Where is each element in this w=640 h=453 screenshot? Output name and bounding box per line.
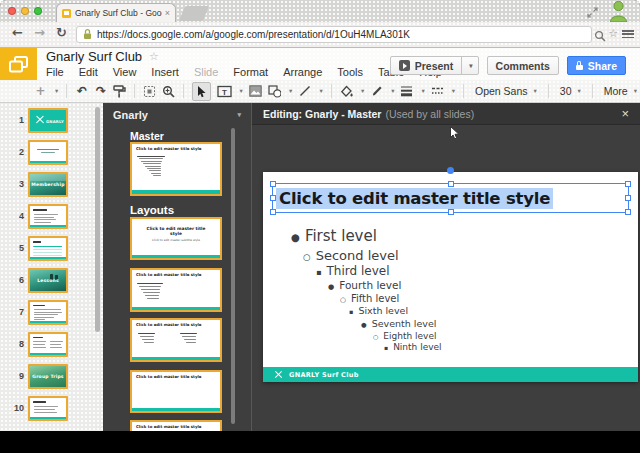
resize-handle[interactable] [625,209,631,215]
fill-color-icon[interactable] [340,83,353,100]
filmstrip-slide-2[interactable]: 2 [6,140,68,165]
zoom-page-icon[interactable] [594,28,606,46]
image-tool-icon[interactable] [249,83,262,100]
slide-thumbnail[interactable]: GNARLY [28,108,68,133]
address-bar[interactable]: https://docs.google.com/a/google.com/pre… [76,26,592,43]
star-document-icon[interactable]: ☆ [149,50,159,63]
filmstrip-slide-7[interactable]: 7 [6,300,68,325]
shape-tool-icon[interactable] [268,83,281,100]
filmstrip-slide-3[interactable]: 3 Membership [6,172,68,197]
filmstrip-slide-5[interactable]: 5 [6,236,68,261]
line-color-dropdown-icon[interactable]: ▾ [391,87,394,95]
slide-thumbnail[interactable]: Membership [28,172,68,197]
present-dropdown[interactable]: ▾ [461,56,478,75]
expand-icon[interactable] [587,4,598,22]
window-controls [8,7,42,15]
new-slide-dropdown-icon[interactable]: ▾ [55,87,58,95]
filmstrip-slide-9[interactable]: 9 Group Trips [6,364,68,389]
menu-insert[interactable]: Insert [151,66,179,78]
layout-thumbnail-partial[interactable]: Click to edit master title style [130,420,222,431]
textbox-dropdown-icon[interactable]: ▾ [240,87,243,95]
line-weight-dropdown-icon[interactable]: ▾ [421,87,424,95]
paint-format-icon[interactable] [113,83,126,100]
filmstrip-slide-8[interactable]: 8 [6,332,68,357]
filmstrip-slide-6[interactable]: 6 Lessons [6,268,68,293]
zoom-window-button[interactable] [34,7,42,15]
editing-note: (Used by all slides) [385,108,474,120]
menu-arrange[interactable]: Arrange [283,66,322,78]
title-placeholder[interactable]: Click to edit master title style [272,183,629,213]
new-tab-button[interactable] [179,6,209,21]
menu-file[interactable]: File [46,66,64,78]
more-dropdown[interactable]: More ▾ [601,85,640,97]
reload-icon[interactable]: ↻ [56,25,67,40]
slide-thumbnail[interactable] [28,300,68,325]
title-text[interactable]: Click to edit master title style [276,188,553,209]
bullet-marker: ● [328,283,334,291]
document-title[interactable]: Gnarly Surf Club [46,49,142,64]
tab-close-icon[interactable]: × [165,8,170,18]
shape-dropdown-icon[interactable]: ▾ [289,87,292,95]
present-button[interactable]: Present [390,56,463,75]
master-panel-scrollbar[interactable] [231,128,235,424]
filmstrip-slide-1[interactable]: 1 GNARLY [6,108,68,133]
font-family-dropdown[interactable]: Open Sans ▾ [472,85,540,97]
slide-thumbnail[interactable] [28,332,68,357]
browser-tab[interactable]: Gnarly Surf Club - Google × [56,3,176,22]
resize-handle[interactable] [448,181,454,187]
line-dash-icon[interactable] [431,83,444,100]
slide-thumbnail[interactable] [28,396,68,421]
share-button[interactable]: Share [567,56,626,75]
filmstrip-scrollbar[interactable] [95,107,100,332]
forward-icon[interactable]: → [34,25,45,40]
redo-icon[interactable]: ↷ [94,83,107,100]
menu-view[interactable]: View [113,66,137,78]
line-dropdown-icon[interactable]: ▾ [319,87,322,95]
comments-button[interactable]: Comments [487,56,559,75]
slide-thumbnail[interactable] [28,236,68,261]
back-icon[interactable]: ← [12,25,23,40]
master-thumbnail[interactable]: Click to edit master title style [130,142,222,196]
close-window-button[interactable] [8,7,16,15]
resize-handle[interactable] [270,209,276,215]
line-dash-dropdown-icon[interactable]: ▾ [452,87,455,95]
filmstrip-slide-10[interactable]: 10 [6,396,68,421]
menu-format[interactable]: Format [233,66,268,78]
rotate-handle[interactable] [447,167,454,174]
menu-edit[interactable]: Edit [79,66,98,78]
zoom-icon[interactable] [162,83,175,100]
menu-tools[interactable]: Tools [337,66,363,78]
bookmark-star-icon[interactable]: ☆ [608,27,618,40]
new-slide-button[interactable]: + [34,83,47,100]
theme-selector[interactable]: Gnarly ▾ [103,103,251,127]
resize-handle[interactable] [448,209,454,215]
layout-thumbnail-title-only[interactable]: Click to edit master title style [130,370,222,413]
fill-color-dropdown-icon[interactable]: ▾ [361,87,364,95]
chrome-menu-icon[interactable] [622,30,634,39]
layout-thumbnail-title-body[interactable]: Click to edit master title style [130,268,222,312]
slide-thumbnail[interactable] [28,204,68,229]
minimize-window-button[interactable] [21,7,29,15]
font-size-dropdown[interactable]: 30 ▾ [557,85,584,97]
select-tool-icon[interactable] [192,82,211,101]
slide-thumbnail[interactable]: Lessons [28,268,68,293]
filmstrip-slide-4[interactable]: 4 [6,204,68,229]
textbox-tool-icon[interactable]: T [217,83,231,100]
slide-thumbnail[interactable]: Group Trips [28,364,68,389]
line-tool-icon[interactable] [298,83,311,100]
layout-thumbnail-title-slide[interactable]: Click to edit master title style Click t… [130,217,222,260]
slide-thumbnail[interactable] [28,140,68,165]
slides-logo[interactable] [0,48,37,80]
close-icon[interactable]: × [621,107,629,120]
resize-handle[interactable] [625,181,631,187]
body-placeholder[interactable]: ●First level ○Second level ▪Third level … [291,228,442,353]
line-weight-icon[interactable] [400,83,413,100]
resize-handle[interactable] [270,181,276,187]
layout-thumbnail-two-columns[interactable]: Click to edit master title style [130,318,222,362]
line-color-icon[interactable] [370,83,383,100]
resize-handle[interactable] [625,195,631,201]
resize-handle[interactable] [270,195,276,201]
zoom-fit-icon[interactable] [143,83,156,100]
undo-icon[interactable]: ↶ [75,83,88,100]
master-slide-canvas[interactable]: Click to edit master title style ●First … [263,172,638,382]
